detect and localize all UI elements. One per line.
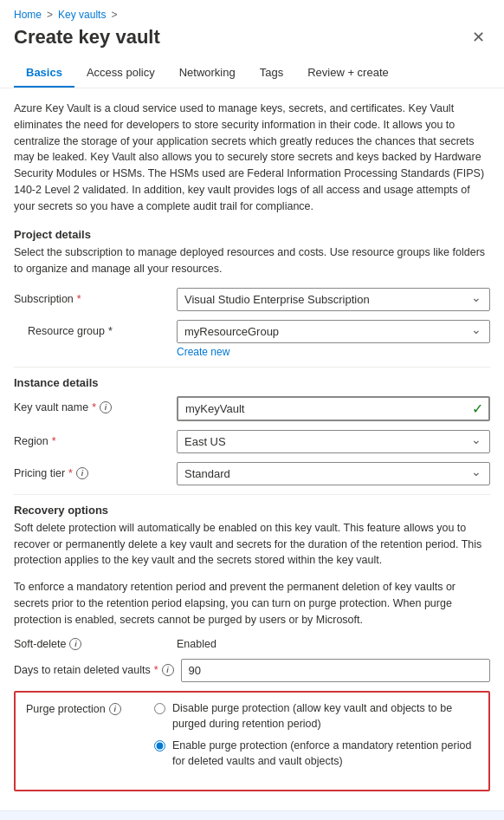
purge-option-1: Disable purge protection (allow key vaul…: [154, 701, 478, 732]
key-vault-name-label: Key vault name * i: [14, 396, 170, 413]
tab-review-create[interactable]: Review + create: [295, 59, 401, 88]
project-details-title: Project details: [14, 228, 490, 241]
divider-2: [14, 494, 490, 495]
breadcrumb-sep2: >: [111, 9, 117, 21]
days-retain-label: Days to retain deleted vaults * i: [14, 659, 174, 676]
region-group: Region * East US: [14, 430, 490, 453]
region-control: East US: [177, 430, 490, 453]
purge-row: Purge protection i Disable purge protect…: [26, 701, 478, 776]
breadcrumb-home[interactable]: Home: [14, 9, 42, 21]
purge-label-col: Purge protection i: [26, 701, 147, 715]
purge-label: Purge protection: [26, 703, 106, 715]
purge-info-icon[interactable]: i: [109, 703, 121, 715]
key-vault-name-control: ✓: [177, 396, 490, 421]
subscription-select[interactable]: Visual Studio Enterprise Subscription: [177, 288, 490, 311]
recovery-desc-2: To enforce a mandatory retention period …: [14, 579, 490, 628]
region-label: Region *: [14, 430, 170, 447]
days-retain-input[interactable]: [181, 659, 490, 682]
breadcrumb-sep1: >: [47, 9, 53, 21]
breadcrumb: Home > Key vaults >: [0, 0, 504, 26]
resource-group-label: Resource group: [28, 325, 105, 337]
pricing-tier-group: Pricing tier * i Standard: [14, 462, 490, 485]
recovery-options-title: Recovery options: [14, 504, 490, 517]
region-select-wrapper: East US: [177, 430, 490, 453]
soft-delete-label: Soft-delete i: [14, 638, 170, 650]
pricing-tier-select[interactable]: Standard: [177, 462, 490, 485]
key-vault-name-input[interactable]: [177, 396, 490, 421]
key-vault-name-group: Key vault name * i ✓: [14, 396, 490, 421]
close-button[interactable]: ✕: [467, 26, 490, 49]
subscription-control: Visual Studio Enterprise Subscription: [177, 288, 490, 311]
days-retain-group: Days to retain deleted vaults * i: [14, 659, 490, 682]
tab-access-policy[interactable]: Access policy: [74, 59, 167, 88]
header-row: Create key vault ✕: [0, 26, 504, 59]
key-vault-name-info-icon[interactable]: i: [100, 401, 112, 413]
create-new-link[interactable]: Create new: [177, 346, 229, 358]
days-retain-control: [181, 659, 490, 682]
soft-delete-value: Enabled: [177, 638, 216, 650]
tab-basics[interactable]: Basics: [14, 59, 74, 88]
recovery-desc-1: Soft delete protection will automaticall…: [14, 520, 490, 569]
purge-option-2-label: Enable purge protection (enforce a manda…: [172, 739, 478, 769]
resource-group-control: myResourceGroup Create new: [177, 320, 490, 358]
page-title: Create key vault: [14, 26, 160, 49]
purge-option-1-label: Disable purge protection (allow key vaul…: [172, 701, 478, 732]
breadcrumb-keyvaults[interactable]: Key vaults: [58, 9, 106, 21]
info-banner: ℹ Once enabled, this option cannot be di…: [0, 810, 504, 820]
soft-delete-info-icon[interactable]: i: [69, 638, 81, 650]
tab-bar: Basics Access policy Networking Tags Rev…: [0, 59, 504, 88]
divider-1: [14, 367, 490, 368]
pricing-tier-control: Standard: [177, 462, 490, 485]
tab-networking[interactable]: Networking: [167, 59, 248, 88]
subscription-select-wrapper: Visual Studio Enterprise Subscription: [177, 288, 490, 311]
pricing-tier-label: Pricing tier * i: [14, 462, 170, 479]
resource-group-select[interactable]: myResourceGroup: [177, 320, 490, 343]
pricing-tier-info-icon[interactable]: i: [76, 467, 88, 479]
days-retain-info-icon[interactable]: i: [162, 664, 174, 676]
main-description: Azure Key Vault is a cloud service used …: [14, 101, 490, 214]
resource-group-label-wrap: Resource group *: [14, 320, 170, 337]
purge-option-2: Enable purge protection (enforce a manda…: [154, 739, 478, 769]
key-vault-name-validated: ✓: [177, 396, 490, 421]
purge-protection-box: Purge protection i Disable purge protect…: [14, 691, 490, 791]
pricing-tier-select-wrapper: Standard: [177, 462, 490, 485]
resource-group-row: Resource group * myResourceGroup Create …: [14, 320, 490, 358]
subscription-label: Subscription *: [14, 288, 170, 305]
instance-details-title: Instance details: [14, 376, 490, 389]
resource-group-select-wrapper: myResourceGroup: [177, 320, 490, 343]
tab-tags[interactable]: Tags: [248, 59, 295, 88]
purge-radio-2[interactable]: [154, 740, 165, 752]
soft-delete-row: Soft-delete i Enabled: [14, 638, 490, 650]
purge-options-col: Disable purge protection (allow key vaul…: [154, 701, 478, 776]
project-details-desc: Select the subscription to manage deploy…: [14, 244, 490, 277]
key-vault-name-check-icon: ✓: [472, 400, 483, 417]
subscription-group: Subscription * Visual Studio Enterprise …: [14, 288, 490, 311]
main-content: Azure Key Vault is a cloud service used …: [0, 88, 504, 804]
purge-radio-1[interactable]: [154, 703, 165, 714]
region-select[interactable]: East US: [177, 430, 490, 453]
